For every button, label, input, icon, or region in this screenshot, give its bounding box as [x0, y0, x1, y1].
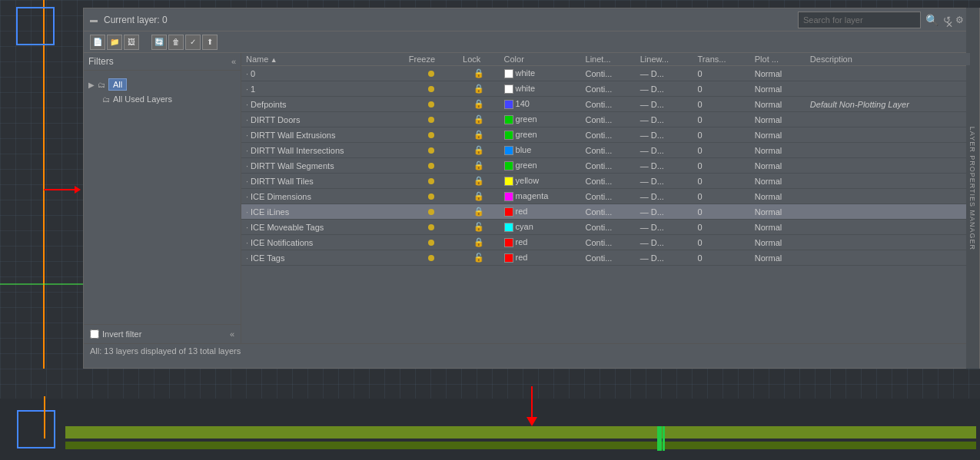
cell-transparency[interactable]: 0: [693, 97, 750, 112]
cell-lineweight[interactable]: — D...: [636, 81, 693, 97]
cell-linetype[interactable]: Conti...: [581, 204, 636, 220]
set-current-button[interactable]: ✓: [185, 35, 201, 50]
col-name[interactable]: Name: [241, 53, 404, 66]
table-row[interactable]: ·DIRTT Wall Segments🔒greenConti...— D...…: [241, 158, 970, 174]
cell-freeze[interactable]: [404, 97, 458, 112]
cell-transparency[interactable]: 0: [693, 174, 750, 189]
cell-linetype[interactable]: Conti...: [581, 220, 636, 235]
cell-color[interactable]: red: [500, 235, 581, 250]
cell-linetype[interactable]: Conti...: [581, 112, 636, 127]
layers-table-wrapper[interactable]: Name Freeze Lock Color Linet... Linew...…: [241, 53, 970, 343]
cell-name[interactable]: ·DIRTT Wall Intersections: [241, 143, 404, 158]
cell-name[interactable]: ·ICE iLines: [241, 204, 404, 220]
cell-freeze[interactable]: [404, 66, 458, 81]
cell-lock[interactable]: 🔒: [458, 235, 500, 250]
cell-name[interactable]: ·Defpoints: [241, 97, 404, 112]
cell-plot[interactable]: Normal: [750, 97, 806, 112]
table-row[interactable]: ·1🔒whiteConti...— D...0Normal: [241, 81, 970, 97]
cell-color[interactable]: yellow: [500, 174, 581, 189]
cell-lock[interactable]: 🔒: [458, 127, 500, 143]
cell-transparency[interactable]: 0: [693, 250, 750, 266]
cell-color[interactable]: white: [500, 81, 581, 97]
col-lineweight[interactable]: Linew...: [636, 53, 693, 66]
cell-lock[interactable]: 🔓: [458, 220, 500, 235]
table-row[interactable]: ·ICE Dimensions🔒magentaConti...— D...0No…: [241, 189, 970, 204]
cell-lineweight[interactable]: — D...: [636, 143, 693, 158]
cell-plot[interactable]: Normal: [750, 220, 806, 235]
cell-freeze[interactable]: [404, 127, 458, 143]
table-row[interactable]: ·DIRTT Doors🔒greenConti...— D...0Normal: [241, 112, 970, 127]
cell-freeze[interactable]: [404, 204, 458, 220]
table-row[interactable]: ·ICE Notifications🔒redConti...— D...0Nor…: [241, 235, 970, 250]
cell-name[interactable]: ·DIRTT Wall Tiles: [241, 174, 404, 189]
cell-plot[interactable]: Normal: [750, 81, 806, 97]
cell-lock[interactable]: 🔒: [458, 174, 500, 189]
collapse-filters-button[interactable]: «: [231, 57, 236, 66]
table-row[interactable]: ·DIRTT Wall Tiles🔒yellowConti...— D...0N…: [241, 174, 970, 189]
cell-color[interactable]: magenta: [500, 189, 581, 204]
cell-linetype[interactable]: Conti...: [581, 97, 636, 112]
cell-lineweight[interactable]: — D...: [636, 250, 693, 266]
cell-color[interactable]: green: [500, 112, 581, 127]
cell-linetype[interactable]: Conti...: [581, 174, 636, 189]
cell-lock[interactable]: 🔓: [458, 250, 500, 266]
cell-name[interactable]: ·DIRTT Doors: [241, 112, 404, 127]
cell-plot[interactable]: Normal: [750, 235, 806, 250]
collapse-filters-bottom-button[interactable]: «: [230, 329, 234, 339]
cell-color[interactable]: cyan: [500, 220, 581, 235]
cell-transparency[interactable]: 0: [693, 66, 750, 81]
cell-freeze[interactable]: [404, 81, 458, 97]
cell-lock[interactable]: 🔒: [458, 158, 500, 174]
cell-name[interactable]: ·1: [241, 81, 404, 97]
cell-freeze[interactable]: [404, 158, 458, 174]
cell-lineweight[interactable]: — D...: [636, 158, 693, 174]
cell-color[interactable]: red: [500, 204, 581, 220]
cell-color[interactable]: 140: [500, 97, 581, 112]
cell-lock[interactable]: 🔒: [458, 66, 500, 81]
cell-linetype[interactable]: Conti...: [581, 158, 636, 174]
cell-plot[interactable]: Normal: [750, 174, 806, 189]
table-row[interactable]: ·Defpoints🔒140Conti...— D...0NormalDefau…: [241, 97, 970, 112]
cell-freeze[interactable]: [404, 250, 458, 266]
minimize-icon[interactable]: ▬: [90, 15, 98, 24]
cell-linetype[interactable]: Conti...: [581, 127, 636, 143]
cell-plot[interactable]: Normal: [750, 189, 806, 204]
filter-used-label[interactable]: All Used Layers: [113, 94, 172, 104]
cell-linetype[interactable]: Conti...: [581, 66, 636, 81]
col-plot[interactable]: Plot ...: [750, 53, 806, 66]
table-row[interactable]: ·DIRTT Wall Extrusions🔒greenConti...— D.…: [241, 127, 970, 143]
cell-plot[interactable]: Normal: [750, 127, 806, 143]
cell-transparency[interactable]: 0: [693, 143, 750, 158]
cell-transparency[interactable]: 0: [693, 220, 750, 235]
col-lock[interactable]: Lock: [458, 53, 500, 66]
cell-linetype[interactable]: Conti...: [581, 143, 636, 158]
cell-name[interactable]: ·DIRTT Wall Segments: [241, 158, 404, 174]
cell-lineweight[interactable]: — D...: [636, 220, 693, 235]
search-input[interactable]: [798, 12, 921, 28]
cell-lineweight[interactable]: — D...: [636, 112, 693, 127]
table-row[interactable]: ·DIRTT Wall Intersections🔒blueConti...— …: [241, 143, 970, 158]
cell-lineweight[interactable]: — D...: [636, 97, 693, 112]
col-linetype[interactable]: Linet...: [581, 53, 636, 66]
cell-transparency[interactable]: 0: [693, 235, 750, 250]
cell-freeze[interactable]: [404, 220, 458, 235]
cell-name[interactable]: ·ICE Moveable Tags: [241, 220, 404, 235]
cell-plot[interactable]: Normal: [750, 250, 806, 266]
cell-lock[interactable]: 🔒: [458, 204, 500, 220]
cell-plot[interactable]: Normal: [750, 66, 806, 81]
move-to-current-button[interactable]: 🔄: [151, 35, 167, 50]
cell-plot[interactable]: Normal: [750, 143, 806, 158]
timeline-bar-main[interactable]: [65, 426, 976, 438]
cell-lock[interactable]: 🔒: [458, 143, 500, 158]
cell-transparency[interactable]: 0: [693, 112, 750, 127]
cell-plot[interactable]: Normal: [750, 204, 806, 220]
cell-transparency[interactable]: 0: [693, 127, 750, 143]
cell-lock[interactable]: 🔒: [458, 81, 500, 97]
cell-color[interactable]: red: [500, 250, 581, 266]
table-row[interactable]: ·ICE iLines🔒redConti...— D...0Normal: [241, 204, 970, 220]
search-icon[interactable]: 🔍: [925, 14, 938, 26]
col-freeze[interactable]: Freeze: [404, 53, 458, 66]
new-layer-button[interactable]: 📄: [90, 35, 105, 50]
cell-color[interactable]: green: [500, 127, 581, 143]
cell-color[interactable]: white: [500, 66, 581, 81]
